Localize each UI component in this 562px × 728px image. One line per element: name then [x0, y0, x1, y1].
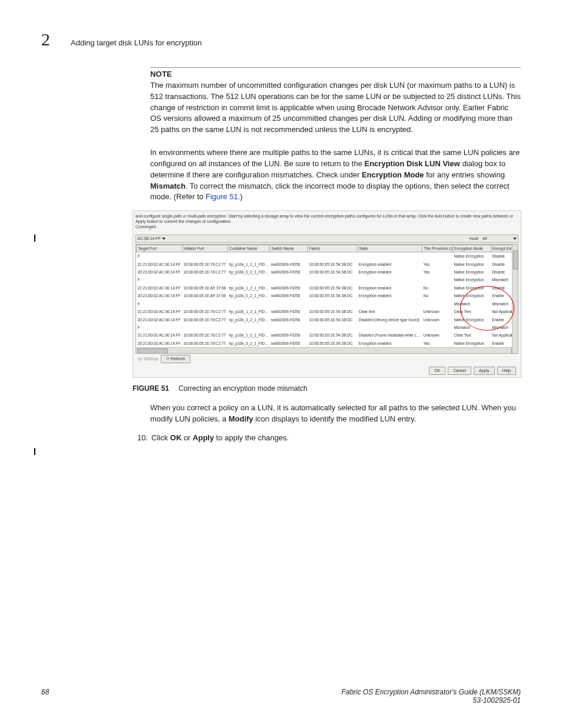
- paragraph-mismatch: In environments where there are multiple…: [150, 147, 521, 203]
- table-row[interactable]: FMismatchMismatch: [137, 324, 518, 331]
- step-text: Click OK or Apply to apply the changes.: [151, 433, 289, 444]
- table-row[interactable]: 20:21:00:02:AC:00:14:FF10:00:00:05:1E:78…: [137, 340, 518, 347]
- chapter-number: 2: [41, 29, 65, 50]
- fig-converged: Converged.: [135, 225, 157, 229]
- table-row[interactable]: FNative EncryptionDisable: [137, 252, 518, 261]
- figure-caption: FIGURE 51Correcting an encryption mode m…: [133, 384, 521, 394]
- table-row[interactable]: FMismatchMismatch: [137, 300, 518, 308]
- table-row[interactable]: 20:21:00:02:AC:00:14:FF10:00:00:05:1E:78…: [137, 316, 518, 324]
- note-body: The maximum number of uncommitted config…: [150, 80, 521, 136]
- apply-button[interactable]: Apply: [474, 367, 495, 375]
- refresh-button[interactable]: ⟳ Refresh: [161, 355, 190, 363]
- table-row[interactable]: FNative EncryptionMismatch: [137, 276, 518, 284]
- footer-title: Fabric OS Encryption Administrator's Gui…: [341, 688, 521, 696]
- page-number: 68: [41, 688, 49, 704]
- host-label: Host:: [470, 236, 479, 242]
- horizontal-scrollbar[interactable]: ▸: [136, 347, 518, 353]
- figure-51-screenshot: and configure single-path or multi-path …: [133, 210, 521, 378]
- step-number: 10.: [137, 433, 151, 444]
- target-port-dropdown[interactable]: AC:00:14:FF: [137, 236, 166, 242]
- vertical-scrollbar[interactable]: [512, 245, 518, 353]
- chevron-down-icon: [162, 238, 166, 240]
- lun-table[interactable]: Target PortInitiator PortContainer NameS…: [136, 245, 518, 347]
- table-row[interactable]: 21:21:00:02:AC:00:14:FF10:00:00:05:1E:AF…: [137, 284, 518, 292]
- table-row[interactable]: 20:21:00:02:AC:00:14:FF10:00:00:05:1E:78…: [137, 268, 518, 276]
- help-button[interactable]: Help: [497, 367, 516, 375]
- paragraph-modify: When you correct a policy on a LUN, it i…: [150, 403, 521, 425]
- key-settings-link[interactable]: ey Settings: [138, 356, 158, 362]
- table-row[interactable]: 21:21:00:02:AC:00:14:FF10:00:00:05:1E:78…: [137, 261, 518, 268]
- chevron-down-icon: [513, 238, 517, 240]
- page-header-title: Adding target disk LUNs for encryption: [71, 38, 202, 47]
- table-row[interactable]: 20:21:00:02:AC:00:14:FF10:00:00:05:1E:AF…: [137, 292, 518, 299]
- ok-button[interactable]: OK: [429, 367, 445, 375]
- fig-intro-text: and configure single-path or multi-path …: [135, 214, 513, 223]
- note-label: NOTE: [150, 69, 521, 80]
- table-row[interactable]: 21:21:00:02:AC:00:14:FF10:00:00:05:1E:78…: [137, 331, 518, 339]
- table-header-row: Target PortInitiator PortContainer NameS…: [137, 245, 518, 252]
- table-row[interactable]: 21:21:00:02:AC:00:14:FF10:00:00:05:1E:78…: [137, 308, 518, 315]
- figure-51-link[interactable]: Figure 51: [206, 192, 238, 201]
- footer-docnum: 53-1002925-01: [341, 696, 521, 704]
- cancel-button[interactable]: Cancel: [448, 367, 471, 375]
- host-dropdown[interactable]: All: [482, 236, 512, 242]
